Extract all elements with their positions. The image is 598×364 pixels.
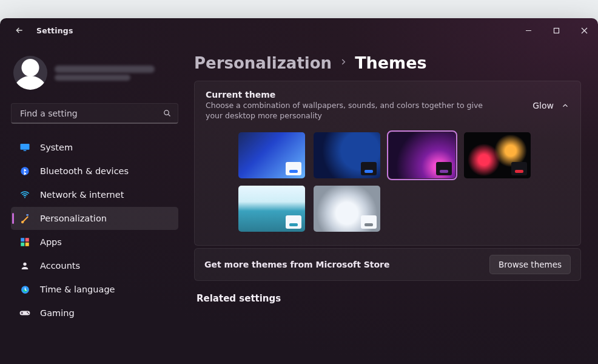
brush-icon (19, 213, 30, 224)
current-theme-card: Current theme Choose a combination of wa… (194, 81, 581, 246)
current-theme-title: Current theme (206, 90, 522, 99)
bluetooth-icon (19, 166, 30, 177)
theme-grid (206, 121, 569, 237)
related-settings-heading: Related settings (197, 293, 581, 304)
monitor-icon (19, 142, 30, 153)
theme-tile[interactable] (238, 186, 305, 232)
sidebar-item-apps[interactable]: Apps (11, 231, 178, 254)
current-theme-header[interactable]: Current theme Choose a combination of wa… (206, 90, 569, 121)
svg-rect-8 (25, 238, 29, 241)
search-icon (163, 109, 172, 118)
theme-tile[interactable] (314, 186, 380, 232)
theme-accent-chip (511, 162, 527, 175)
sidebar-item-network[interactable]: Network & internet (11, 183, 178, 206)
breadcrumb-parent[interactable]: Personalization (194, 54, 332, 72)
theme-accent-chip (286, 162, 301, 175)
search-box[interactable] (11, 103, 178, 124)
maximize-button[interactable] (542, 18, 570, 42)
current-theme-name: Glow (532, 101, 554, 110)
chevron-up-icon[interactable] (561, 101, 569, 110)
account-block[interactable] (11, 50, 178, 97)
current-theme-subtitle: Choose a combination of wallpapers, soun… (206, 101, 497, 121)
sidebar-item-label: Network & internet (40, 190, 124, 200)
store-row-label: Get more themes from Microsoft Store (204, 260, 390, 269)
theme-accent-chip (361, 215, 377, 229)
sidebar-item-personalization[interactable]: Personalization (11, 207, 178, 230)
svg-point-1 (164, 110, 169, 115)
sidebar-item-accounts[interactable]: Accounts (11, 254, 178, 277)
avatar (13, 56, 47, 90)
minimize-button[interactable] (514, 18, 542, 42)
person-icon (19, 260, 30, 271)
breadcrumb: Personalization Themes (194, 53, 581, 72)
settings-window: Settings (0, 18, 598, 364)
svg-rect-10 (25, 243, 29, 246)
sidebar: SystemBluetooth & devicesNetwork & inter… (0, 42, 188, 364)
theme-tile[interactable] (389, 132, 455, 178)
svg-rect-7 (21, 238, 24, 241)
chevron-right-icon (339, 57, 348, 69)
search-input[interactable] (19, 108, 156, 119)
sidebar-item-label: System (40, 143, 73, 152)
theme-tile[interactable] (314, 132, 380, 178)
theme-tile[interactable] (464, 132, 531, 178)
nav-list: SystemBluetooth & devicesNetwork & inter… (11, 136, 178, 325)
titlebar: Settings (0, 18, 598, 42)
theme-accent-chip (361, 162, 377, 175)
svg-rect-3 (24, 150, 27, 152)
clock-icon (19, 284, 30, 295)
app-title: Settings (36, 26, 73, 35)
wifi-icon (19, 189, 30, 200)
back-button[interactable] (11, 22, 28, 39)
svg-rect-9 (21, 243, 24, 246)
store-row: Get more themes from Microsoft Store Bro… (194, 248, 581, 281)
sidebar-item-label: Accounts (40, 261, 80, 271)
svg-rect-2 (21, 144, 30, 150)
theme-accent-chip (286, 215, 301, 229)
theme-tile[interactable] (238, 132, 305, 178)
sidebar-item-gaming[interactable]: Gaming (11, 302, 178, 325)
sidebar-item-bluetooth[interactable]: Bluetooth & devices (11, 160, 178, 183)
svg-point-14 (27, 312, 28, 313)
svg-point-11 (23, 263, 26, 266)
svg-point-5 (24, 197, 25, 198)
browse-themes-button[interactable]: Browse themes (489, 255, 571, 274)
breadcrumb-current: Themes (355, 53, 426, 72)
svg-rect-6 (26, 214, 29, 215)
svg-point-15 (28, 313, 29, 314)
sidebar-item-label: Personalization (40, 214, 107, 223)
sidebar-item-label: Bluetooth & devices (40, 166, 129, 176)
content-area: Personalization Themes Current theme Cho… (188, 42, 598, 364)
sidebar-item-system[interactable]: System (11, 136, 178, 159)
sidebar-item-label: Apps (40, 237, 62, 247)
theme-accent-chip (436, 162, 452, 175)
gamepad-icon (19, 308, 30, 318)
sidebar-item-label: Time & language (40, 285, 115, 294)
apps-icon (19, 237, 30, 248)
sidebar-item-label: Gaming (40, 308, 75, 318)
sidebar-item-time[interactable]: Time & language (11, 278, 178, 301)
svg-rect-0 (554, 28, 559, 33)
close-button[interactable] (570, 18, 598, 42)
account-redacted-text (55, 64, 155, 83)
